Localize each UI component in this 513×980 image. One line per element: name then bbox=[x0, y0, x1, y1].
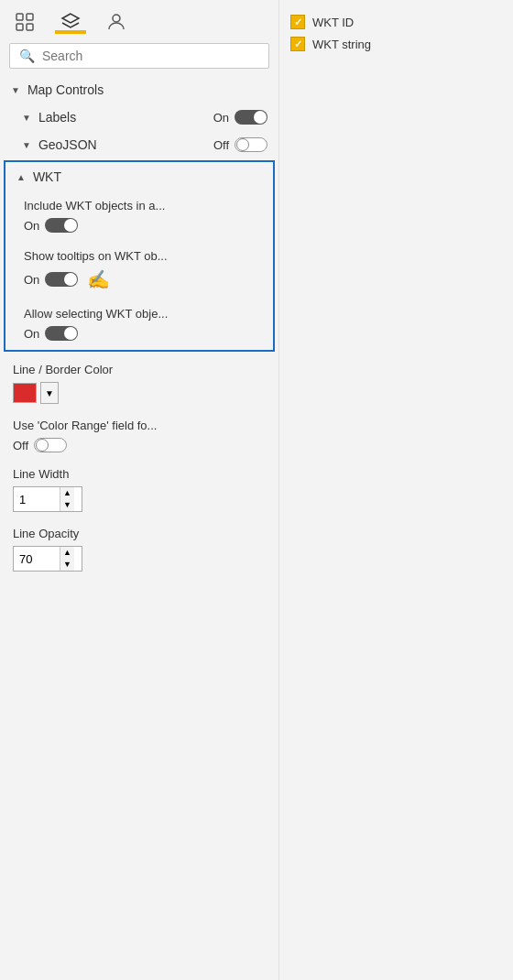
show-tooltips-toggle-knob bbox=[64, 273, 77, 286]
line-width-down-button[interactable]: ▼ bbox=[60, 499, 74, 511]
allow-selecting-toggle-container: On bbox=[24, 326, 258, 341]
include-wkt-toggle-container: On bbox=[24, 218, 258, 233]
geojson-toggle-label: Off bbox=[213, 138, 229, 152]
svg-rect-3 bbox=[27, 24, 33, 30]
line-opacity-spinner: ▲ ▼ bbox=[60, 547, 74, 571]
include-wkt-toggle-label: On bbox=[24, 219, 39, 233]
bottom-settings: Line / Border Color ▼ Use 'Color Range' … bbox=[0, 354, 278, 595]
wkt-section: ▲ WKT Include WKT objects in a... On Sho… bbox=[4, 160, 275, 352]
wkt-id-row: ✓ WKT ID bbox=[290, 15, 502, 29]
labels-toggle-knob bbox=[254, 111, 267, 124]
line-opacity-input-container: ▲ ▼ bbox=[13, 546, 82, 572]
map-controls-row[interactable]: ▼ Map Controls bbox=[0, 76, 278, 103]
color-range-block: Use 'Color Range' field fo... Off bbox=[13, 419, 266, 452]
color-range-toggle[interactable] bbox=[34, 438, 67, 452]
include-wkt-toggle[interactable] bbox=[45, 218, 78, 233]
wkt-id-checkmark: ✓ bbox=[294, 16, 302, 28]
color-range-toggle-label: Off bbox=[13, 439, 28, 452]
svg-point-4 bbox=[113, 15, 120, 22]
include-wkt-label: Include WKT objects in a... bbox=[24, 199, 258, 212]
line-opacity-down-button[interactable]: ▼ bbox=[60, 559, 74, 571]
line-border-color-label: Line / Border Color bbox=[13, 363, 266, 376]
svg-rect-0 bbox=[16, 14, 23, 20]
top-icons-bar bbox=[0, 0, 278, 34]
wkt-id-label: WKT ID bbox=[312, 16, 354, 29]
wkt-string-label: WKT string bbox=[312, 38, 371, 51]
wkt-setting-include: Include WKT objects in a... On bbox=[5, 191, 273, 242]
wkt-chevron: ▲ bbox=[16, 172, 26, 182]
geojson-chevron: ▼ bbox=[22, 140, 31, 150]
svg-rect-2 bbox=[16, 24, 23, 30]
person-icon bbox=[106, 12, 126, 32]
person-icon-btn[interactable] bbox=[101, 8, 132, 34]
wkt-string-checkmark: ✓ bbox=[294, 38, 302, 50]
show-tooltips-label: Show tooltips on WKT ob... bbox=[24, 249, 258, 263]
line-opacity-input[interactable] bbox=[14, 552, 60, 566]
line-border-color-block: Line / Border Color ▼ bbox=[13, 363, 266, 404]
map-controls-label: Map Controls bbox=[27, 82, 267, 97]
labels-toggle-label: On bbox=[213, 111, 229, 125]
grid-icon bbox=[15, 12, 35, 32]
map-controls-chevron: ▼ bbox=[11, 85, 20, 95]
wkt-header[interactable]: ▲ WKT bbox=[5, 162, 273, 191]
allow-selecting-toggle-label: On bbox=[24, 327, 39, 341]
show-tooltips-toggle[interactable] bbox=[45, 272, 78, 287]
search-bar: 🔍 bbox=[9, 43, 269, 69]
line-opacity-up-button[interactable]: ▲ bbox=[60, 547, 74, 559]
wkt-setting-selecting: Allow selecting WKT obje... On bbox=[5, 299, 273, 350]
color-picker-row: ▼ bbox=[13, 382, 266, 404]
geojson-toggle[interactable] bbox=[235, 137, 267, 152]
cursor-hand-icon: ✍ bbox=[87, 268, 110, 290]
color-range-toggle-container: Off bbox=[13, 438, 266, 452]
svg-rect-1 bbox=[27, 14, 33, 20]
show-tooltips-toggle-container: On bbox=[24, 272, 78, 287]
color-swatch[interactable] bbox=[13, 383, 37, 403]
layers-icon-btn[interactable] bbox=[55, 7, 86, 34]
line-width-block: Line Width ▲ ▼ bbox=[13, 467, 266, 512]
color-dropdown-button[interactable]: ▼ bbox=[40, 382, 59, 404]
allow-selecting-toggle[interactable] bbox=[45, 326, 78, 341]
geojson-toggle-knob bbox=[236, 138, 249, 151]
wkt-string-row: ✓ WKT string bbox=[290, 37, 502, 51]
show-tooltips-toggle-label: On bbox=[24, 273, 39, 287]
wkt-label: WKT bbox=[33, 169, 262, 184]
search-icon: 🔍 bbox=[19, 49, 35, 63]
geojson-row[interactable]: ▼ GeoJSON Off bbox=[0, 131, 278, 158]
line-width-input[interactable] bbox=[14, 493, 60, 506]
labels-toggle-container: On bbox=[213, 110, 267, 125]
allow-selecting-toggle-knob bbox=[64, 327, 77, 340]
wkt-setting-tooltips: Show tooltips on WKT ob... On ✍ bbox=[5, 242, 273, 299]
line-opacity-label: Line Opacity bbox=[13, 527, 266, 540]
search-input[interactable] bbox=[42, 49, 259, 63]
layers-icon bbox=[60, 11, 81, 31]
labels-chevron: ▼ bbox=[22, 113, 31, 123]
labels-toggle[interactable] bbox=[235, 110, 267, 125]
line-width-input-container: ▲ ▼ bbox=[13, 486, 82, 512]
grid-icon-btn[interactable] bbox=[9, 8, 40, 34]
show-tooltips-row: On ✍ bbox=[24, 268, 258, 290]
line-width-up-button[interactable]: ▲ bbox=[60, 487, 74, 499]
geojson-toggle-container: Off bbox=[213, 137, 267, 152]
geojson-label: GeoJSON bbox=[38, 137, 97, 152]
include-wkt-toggle-knob bbox=[64, 219, 77, 232]
line-width-label: Line Width bbox=[13, 467, 266, 481]
left-panel: 🔍 ▼ Map Controls ▼ Labels On ▼ GeoJSON O… bbox=[0, 0, 279, 980]
labels-label: Labels bbox=[38, 110, 76, 125]
color-range-toggle-knob bbox=[36, 439, 49, 452]
checkbox-list: ✓ WKT ID ✓ WKT string bbox=[290, 15, 502, 51]
right-panel: ✓ WKT ID ✓ WKT string bbox=[279, 0, 513, 980]
wkt-string-checkbox[interactable]: ✓ bbox=[290, 37, 305, 51]
line-opacity-block: Line Opacity ▲ ▼ bbox=[13, 527, 266, 572]
color-range-label: Use 'Color Range' field fo... bbox=[13, 419, 266, 432]
allow-selecting-label: Allow selecting WKT obje... bbox=[24, 307, 258, 321]
line-width-spinner: ▲ ▼ bbox=[60, 487, 74, 511]
labels-row[interactable]: ▼ Labels On bbox=[0, 103, 278, 131]
wkt-id-checkbox[interactable]: ✓ bbox=[290, 15, 305, 29]
